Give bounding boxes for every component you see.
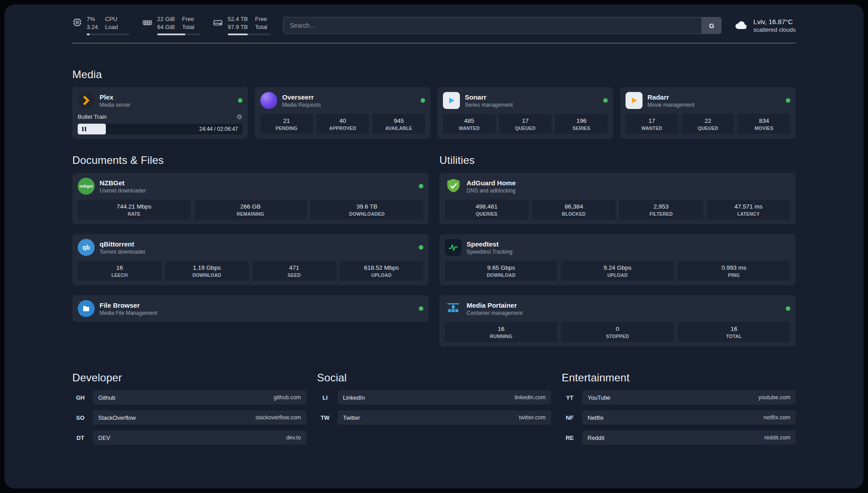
status-dot [603,98,608,103]
bookmark-abbr: DT [72,430,88,445]
stat-label: PING [728,272,739,278]
sonarr-icon [443,92,460,109]
bookmark-abbr: TW [317,410,333,425]
bookmark-link-stackoverflow[interactable]: StackOverflow stackoverflow.com [93,410,306,425]
storage-total-label: Total [255,24,267,31]
bookmark-link-reddit[interactable]: Reddit reddit.com [582,430,796,445]
app-name: Overseerr [282,93,321,101]
search-bar: G [283,17,722,34]
nzbget-icon: nzbget [78,178,95,195]
bookmark-name: StackOverflow [98,414,136,421]
stat-label: RATE [128,211,141,217]
stat-tile: 47.571 ms LATENCY [707,200,791,220]
stat-value: 196 [576,117,587,124]
bookmark-row: DT DEV dev.to [72,430,306,445]
app-card-sonarr[interactable]: Sonarr Series management 485 WANTED 17 Q… [438,87,613,139]
app-card-portainer[interactable]: Media Portainer Container management 16 … [439,295,796,347]
bookmark-group-entertainment: Entertainment YT YouTube youtube.com NF … [562,372,796,445]
playback-progress-bar[interactable]: 24:44 / 02:06:47 [78,124,242,134]
cpu-progress-bar [87,33,129,35]
memory-total-label: Total [182,24,194,31]
weather-widget[interactable]: Lviv, 16.87°C scattered clouds [734,18,796,33]
stat-label: FILTERED [650,211,673,217]
stat-label: SERIES [572,125,590,131]
stat-tile: 9.24 Gbps UPLOAD [561,261,674,281]
app-name: Radarr [647,93,694,101]
app-card-nzbget[interactable]: nzbget NZBGet Usenet downloader 744.21 M… [72,173,429,224]
app-card-filebrowser[interactable]: File Browser Media File Management [72,295,429,322]
app-name: AdGuard Home [467,179,516,187]
stat-label: REMAINING [237,211,264,217]
stat-label: LEECH [111,272,128,278]
bookmark-row: YT YouTube youtube.com [562,390,796,405]
section-heading-documents: Documents & Files [72,154,429,167]
bookmark-link-github[interactable]: Github github.com [93,390,306,405]
bookmark-url: linkedin.com [515,394,546,401]
gear-icon[interactable]: ⚙ [237,113,242,120]
stat-tile: 40 APPROVED [317,114,369,134]
stat-label: LATENCY [737,211,760,217]
stat-value: 945 [394,117,404,124]
stat-tile: 16 RUNNING [445,322,558,342]
stat-value: 0 [616,326,619,332]
stat-label: AVAILABLE [385,125,412,131]
stat-value: 47.571 ms [734,203,763,210]
cpu-percent: 7% [87,16,98,23]
app-card-speedtest[interactable]: Speedtest Speedtest Tracking 9.65 Gbps D… [439,234,796,285]
bookmark-link-twitter[interactable]: Twitter twitter.com [338,410,551,425]
app-subtitle: Container management [467,310,522,316]
app-card-overseerr[interactable]: Overseerr Media Requests 21 PENDING 40 A… [255,87,430,139]
stat-label: DOWNLOAD [487,272,516,278]
pause-icon[interactable] [82,127,86,131]
stat-tile: 471 SEED [252,261,336,281]
app-card-adguard[interactable]: AdGuard Home DNS and adblocking 498,461 … [439,173,796,224]
stat-label: QUERIES [476,211,497,217]
stat-value: 16 [498,326,505,332]
bookmark-row: TW Twitter twitter.com [317,410,551,425]
bookmark-abbr: YT [562,390,578,405]
search-engine-button[interactable]: G [701,17,721,33]
app-card-qbittorrent[interactable]: qb qBittorrent Torrent downloader 16 LEE… [72,234,429,285]
memory-progress-bar [157,33,200,35]
bookmark-abbr: LI [317,390,333,405]
stat-tile: 266 GB REMAINING [194,200,307,220]
bookmark-abbr: NF [562,410,578,425]
bookmark-link-dev[interactable]: DEV dev.to [93,430,306,445]
bookmark-url: netflix.com [764,414,790,421]
stat-tile: 945 AVAILABLE [372,114,425,134]
stat-tile: 17 QUEUED [499,114,552,134]
stat-tile: 196 SERIES [555,114,608,134]
stat-tile: 17 WANTED [626,114,678,134]
bookmark-row: RE Reddit reddit.com [562,430,796,445]
stat-value: 39.6 TB [356,203,377,210]
app-card-plex[interactable]: Plex Media server Bullet Train ⚙ 24:44 /… [72,87,248,139]
storage-total-value: 97.9 TB [228,24,248,31]
radarr-icon [626,92,643,109]
stat-tile: 22 QUEUED [682,114,734,134]
bookmark-name: DEV [98,435,110,441]
section-heading-social: Social [317,372,551,384]
cpu-load-value: 3.24 [87,24,98,31]
memory-total-value: 64 GiB [157,24,175,31]
stat-tile: 21 PENDING [260,114,313,134]
stat-label: WANTED [459,125,480,131]
storage-free-value: 52.4 TB [228,16,248,23]
app-subtitle: Media File Management [100,310,157,316]
app-card-radarr[interactable]: Radarr Movie management 17 WANTED 22 QUE… [620,87,796,139]
bookmark-link-netflix[interactable]: Netflix netflix.com [582,410,796,425]
filebrowser-icon [78,300,95,317]
bookmark-name: Netflix [588,414,604,421]
search-input[interactable] [284,17,701,33]
status-dot [238,98,242,103]
cpu-load-label: Load [105,24,118,31]
bookmark-link-linkedin[interactable]: LinkedIn linkedin.com [338,390,551,405]
stat-value: 40 [339,117,346,124]
section-heading-utilities: Utilities [439,154,796,167]
stat-value: 17 [648,117,655,124]
bookmark-link-youtube[interactable]: YouTube youtube.com [582,390,796,405]
stat-label: MOVIES [755,125,773,131]
stat-value: 498,461 [476,203,497,210]
memory-free-label: Free [182,16,194,23]
cloud-icon [734,18,748,33]
weather-condition: scattered clouds [753,26,796,33]
